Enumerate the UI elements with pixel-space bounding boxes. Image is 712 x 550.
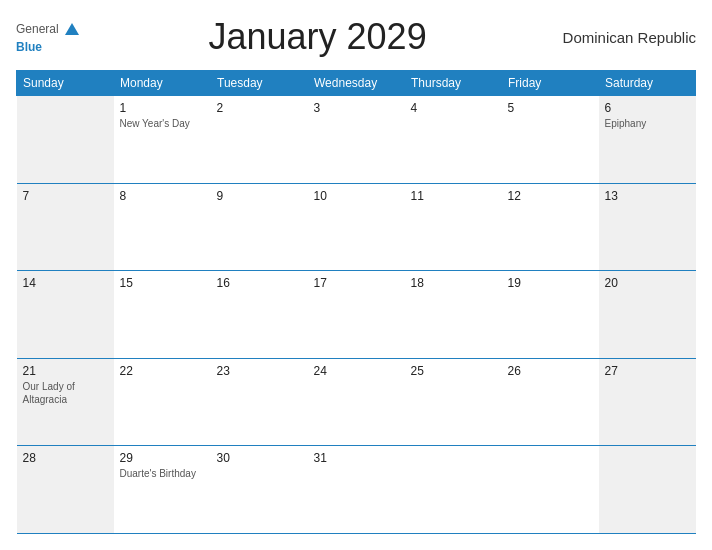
week-row-2: 14151617181920 — [17, 271, 696, 359]
calendar-cell: 1New Year's Day — [114, 96, 211, 184]
logo-triangle-icon — [65, 23, 79, 35]
day-number: 4 — [411, 101, 496, 115]
calendar-cell: 31 — [308, 446, 405, 534]
holiday-name: Duarte's Birthday — [120, 467, 205, 480]
holiday-name: New Year's Day — [120, 117, 205, 130]
day-number: 16 — [217, 276, 302, 290]
calendar-cell: 15 — [114, 271, 211, 359]
calendar-cell: 6Epiphany — [599, 96, 696, 184]
month-title: January 2029 — [79, 16, 556, 58]
day-number: 25 — [411, 364, 496, 378]
day-number: 15 — [120, 276, 205, 290]
day-number: 1 — [120, 101, 205, 115]
calendar-cell: 16 — [211, 271, 308, 359]
day-number: 20 — [605, 276, 690, 290]
calendar-body: 1New Year's Day23456Epiphany789101112131… — [17, 96, 696, 534]
day-number: 3 — [314, 101, 399, 115]
day-header-saturday: Saturday — [599, 71, 696, 96]
day-number: 19 — [508, 276, 593, 290]
day-number: 26 — [508, 364, 593, 378]
day-number: 11 — [411, 189, 496, 203]
calendar-cell: 10 — [308, 183, 405, 271]
day-number: 7 — [23, 189, 108, 203]
day-header-tuesday: Tuesday — [211, 71, 308, 96]
calendar-cell: 25 — [405, 358, 502, 446]
calendar-cell: 19 — [502, 271, 599, 359]
day-number: 17 — [314, 276, 399, 290]
day-number: 28 — [23, 451, 108, 465]
calendar-cell: 18 — [405, 271, 502, 359]
day-number: 22 — [120, 364, 205, 378]
calendar-cell: 13 — [599, 183, 696, 271]
calendar-table: SundayMondayTuesdayWednesdayThursdayFrid… — [16, 70, 696, 534]
calendar-cell: 3 — [308, 96, 405, 184]
calendar-cell: 29Duarte's Birthday — [114, 446, 211, 534]
calendar-cell — [502, 446, 599, 534]
logo-blue-text: Blue — [16, 40, 42, 54]
day-header-wednesday: Wednesday — [308, 71, 405, 96]
calendar-cell: 4 — [405, 96, 502, 184]
calendar-cell: 17 — [308, 271, 405, 359]
calendar-cell: 9 — [211, 183, 308, 271]
country-name: Dominican Republic — [556, 29, 696, 46]
holiday-name: Our Lady of Altagracia — [23, 380, 108, 406]
calendar-cell: 8 — [114, 183, 211, 271]
logo-line2: Blue — [16, 37, 42, 55]
day-number: 31 — [314, 451, 399, 465]
holiday-name: Epiphany — [605, 117, 690, 130]
calendar-header: General Blue January 2029 Dominican Repu… — [16, 16, 696, 58]
day-number: 24 — [314, 364, 399, 378]
day-number: 13 — [605, 189, 690, 203]
day-number: 18 — [411, 276, 496, 290]
calendar-cell: 30 — [211, 446, 308, 534]
day-number: 9 — [217, 189, 302, 203]
calendar-cell: 27 — [599, 358, 696, 446]
calendar-cell: 26 — [502, 358, 599, 446]
day-header-sunday: Sunday — [17, 71, 114, 96]
calendar-cell: 20 — [599, 271, 696, 359]
day-number: 5 — [508, 101, 593, 115]
day-number: 14 — [23, 276, 108, 290]
calendar-cell: 12 — [502, 183, 599, 271]
calendar-cell: 14 — [17, 271, 114, 359]
calendar-cell — [599, 446, 696, 534]
week-row-0: 1New Year's Day23456Epiphany — [17, 96, 696, 184]
day-header-thursday: Thursday — [405, 71, 502, 96]
day-number: 23 — [217, 364, 302, 378]
week-row-3: 21Our Lady of Altagracia222324252627 — [17, 358, 696, 446]
calendar-cell: 21Our Lady of Altagracia — [17, 358, 114, 446]
calendar-header-row: SundayMondayTuesdayWednesdayThursdayFrid… — [17, 71, 696, 96]
calendar-cell: 11 — [405, 183, 502, 271]
week-row-1: 78910111213 — [17, 183, 696, 271]
day-header-monday: Monday — [114, 71, 211, 96]
days-of-week-row: SundayMondayTuesdayWednesdayThursdayFrid… — [17, 71, 696, 96]
logo-line1: General — [16, 19, 79, 37]
calendar-cell: 22 — [114, 358, 211, 446]
day-number: 12 — [508, 189, 593, 203]
week-row-4: 2829Duarte's Birthday3031 — [17, 446, 696, 534]
day-number: 8 — [120, 189, 205, 203]
day-number: 27 — [605, 364, 690, 378]
calendar-cell: 24 — [308, 358, 405, 446]
day-number: 10 — [314, 189, 399, 203]
calendar-cell: 5 — [502, 96, 599, 184]
day-number: 6 — [605, 101, 690, 115]
calendar-cell — [405, 446, 502, 534]
calendar-cell: 2 — [211, 96, 308, 184]
calendar-cell: 23 — [211, 358, 308, 446]
logo-general-text: General — [16, 22, 59, 36]
calendar-cell: 7 — [17, 183, 114, 271]
day-number: 2 — [217, 101, 302, 115]
day-number: 30 — [217, 451, 302, 465]
day-header-friday: Friday — [502, 71, 599, 96]
calendar-cell: 28 — [17, 446, 114, 534]
day-number: 29 — [120, 451, 205, 465]
day-number: 21 — [23, 364, 108, 378]
logo: General Blue — [16, 19, 79, 55]
calendar-cell — [17, 96, 114, 184]
